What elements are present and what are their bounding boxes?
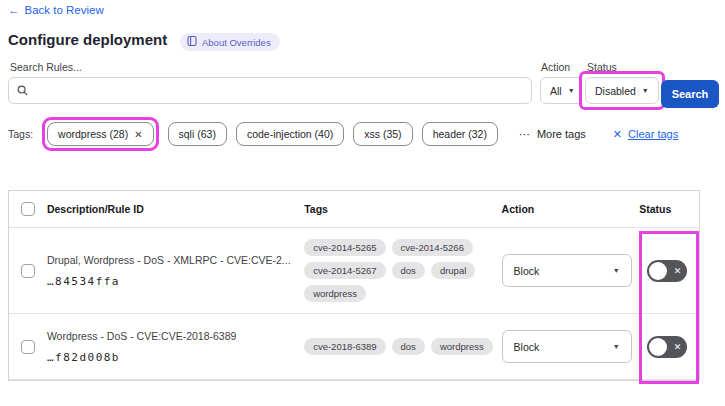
rule-tag: cve-2014-5267 [304, 262, 385, 279]
clear-tags-label: Clear tags [628, 128, 678, 140]
chevron-down-icon: ▼ [613, 343, 620, 350]
tag-filter-sqli[interactable]: sqli (63) [168, 122, 227, 146]
tags-bar: Tags: wordpress (28) ✕ sqli (63) code-in… [8, 117, 678, 151]
rule-tag: drupal [431, 262, 475, 279]
toggle-x-icon: ✕ [674, 266, 682, 276]
action-select-value: Block [514, 265, 540, 277]
search-button[interactable]: Search [661, 80, 719, 108]
table-row: Wordpress - DoS - CVE:CVE-2018-6389 …f82… [9, 314, 699, 380]
row-checkbox[interactable] [21, 264, 35, 278]
rule-tag: wordpress [431, 338, 493, 355]
action-filter-label: Action [541, 61, 570, 73]
toggle-knob [649, 338, 667, 356]
rule-tag: wordpress [304, 285, 366, 302]
ellipsis-icon: ⋯ [519, 128, 530, 141]
search-rules-label: Search Rules... [10, 61, 82, 73]
search-icon [17, 82, 28, 100]
close-icon: ✕ [613, 128, 622, 141]
book-icon [187, 36, 197, 48]
rule-id: …84534ffa [47, 275, 294, 288]
status-filter-highlight: Disabled ▼ [579, 71, 665, 110]
status-toggle[interactable]: ✕ [647, 260, 687, 282]
select-all-checkbox[interactable] [21, 202, 35, 216]
about-overrides-badge[interactable]: About Overrides [180, 33, 280, 51]
row-checkbox[interactable] [21, 340, 35, 354]
rule-tag: dos [392, 262, 425, 279]
action-filter-value: All [550, 85, 562, 97]
header-status: Status [639, 203, 699, 215]
action-filter-select[interactable]: All ▼ [540, 77, 585, 104]
chevron-down-icon: ▼ [568, 87, 575, 94]
rule-tag: dos [392, 338, 425, 355]
rules-table: Description/Rule ID Tags Action Status D… [8, 190, 700, 381]
rule-tag: cve-2014-5265 [304, 239, 385, 256]
search-input-wrapper [8, 77, 532, 104]
about-overrides-label: About Overrides [202, 37, 271, 48]
status-filter-select[interactable]: Disabled ▼ [585, 77, 659, 104]
more-tags-label: More tags [537, 128, 586, 140]
tag-filter-code-injection[interactable]: code-injection (40) [236, 122, 344, 146]
tag-filter-header[interactable]: header (32) [422, 122, 498, 146]
rule-description: Drupal, Wordpress - DoS - XMLRPC - CVE:C… [47, 254, 294, 266]
header-description: Description/Rule ID [47, 203, 304, 215]
chevron-down-icon: ▼ [642, 87, 649, 94]
rule-description: Wordpress - DoS - CVE:CVE-2018-6389 [47, 330, 294, 342]
back-link[interactable]: ← Back to Review [8, 4, 104, 16]
more-tags-button[interactable]: ⋯ More tags [519, 128, 586, 141]
close-icon[interactable]: ✕ [134, 129, 142, 140]
rule-id: …f82d008b [47, 351, 294, 364]
rule-tag: cve-2018-6389 [304, 338, 385, 355]
clear-tags-button[interactable]: ✕ Clear tags [613, 128, 678, 141]
rule-tag: cve-2014-5266 [392, 239, 473, 256]
action-select-value: Block [514, 341, 540, 353]
back-link-label: Back to Review [25, 4, 104, 16]
action-select[interactable]: Block ▼ [502, 330, 632, 363]
header-action: Action [502, 203, 640, 215]
tag-filter-xss[interactable]: xss (35) [353, 122, 412, 146]
status-filter-value: Disabled [595, 85, 636, 97]
table-header-row: Description/Rule ID Tags Action Status [9, 191, 699, 228]
header-checkbox-cell [9, 202, 47, 216]
toggle-knob [649, 262, 667, 280]
page-title: Configure deployment [8, 31, 167, 48]
table-row: Drupal, Wordpress - DoS - XMLRPC - CVE:C… [9, 228, 699, 314]
tag-filter-label: wordpress (28) [58, 128, 128, 140]
search-input[interactable] [34, 85, 523, 97]
status-toggle[interactable]: ✕ [647, 336, 687, 358]
chevron-down-icon: ▼ [613, 267, 620, 274]
action-select[interactable]: Block ▼ [502, 254, 632, 287]
tags-label: Tags: [8, 128, 33, 140]
back-arrow-icon: ← [8, 4, 20, 16]
header-tags: Tags [304, 203, 501, 215]
tag-filter-wordpress[interactable]: wordpress (28) ✕ [47, 122, 153, 146]
toggle-x-icon: ✕ [674, 342, 682, 352]
selected-tag-highlight: wordpress (28) ✕ [42, 117, 158, 151]
